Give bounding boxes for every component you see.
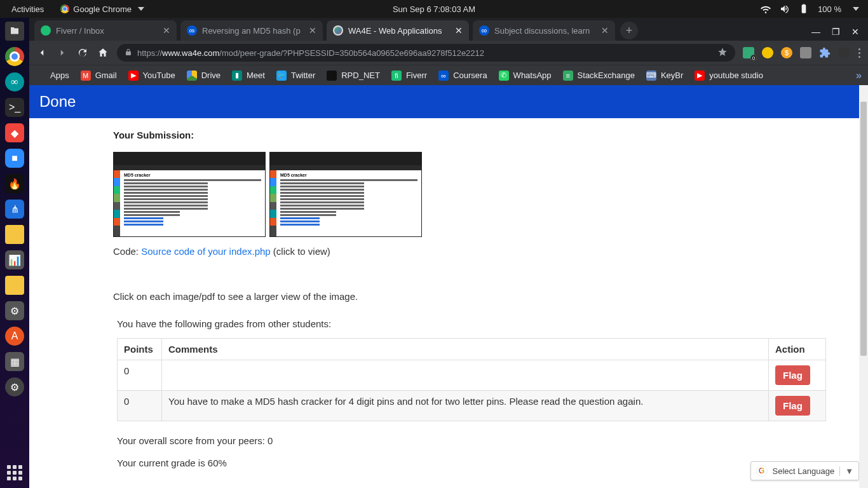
- activities-button[interactable]: Activities: [11, 4, 44, 14]
- ext-icon[interactable]: [838, 47, 850, 58]
- submission-thumbnail-2[interactable]: MD5 cracker: [269, 152, 422, 237]
- extension-icons: 0 $: [743, 47, 862, 59]
- coursera-icon: [187, 25, 197, 36]
- bookmark-meet[interactable]: ▮Meet: [232, 71, 265, 81]
- scroll-thumb[interactable]: [860, 102, 867, 356]
- address-bar[interactable]: https://www.wa4e.com/mod/peer-grade/?PHP…: [117, 44, 735, 62]
- active-app-menu[interactable]: Google Chrome: [60, 4, 144, 14]
- tab-strip: Fiverr / Inbox ✕ Reversing an MD5 hash (…: [29, 18, 868, 41]
- bookmark-keybr[interactable]: ⌨KeyBr: [646, 71, 683, 81]
- volume-icon[interactable]: [780, 4, 790, 14]
- os-top-bar: Activities Google Chrome Sun Sep 6 7:08:…: [0, 0, 868, 18]
- overall-score: Your overall score from your peers: 0: [117, 435, 868, 446]
- system-menu-chevron-icon[interactable]: [853, 7, 859, 11]
- bookmark-whatsapp[interactable]: ✆WhatsApp: [499, 71, 552, 81]
- page-title: Done: [29, 85, 868, 118]
- cell-comments: You have to make a MD5 hash cracker for …: [162, 391, 769, 421]
- extensions-puzzle-icon[interactable]: [819, 47, 831, 58]
- page-viewport: Done Your Submission: MD5 cracker MD5 cr…: [29, 85, 868, 488]
- dock-app3-icon[interactable]: 📊: [5, 250, 24, 269]
- lock-icon: [125, 48, 132, 58]
- maximize-button[interactable]: ❐: [832, 27, 840, 37]
- dock-files-icon[interactable]: [5, 22, 24, 41]
- dock-app5-icon[interactable]: ⚙: [5, 301, 24, 320]
- new-tab-button[interactable]: +: [620, 22, 638, 39]
- hint-text: Click on each image/pdf to see a larger …: [113, 291, 868, 302]
- bookmark-youtube[interactable]: ▶YouTube: [128, 71, 175, 81]
- bookmark-drive[interactable]: Drive: [187, 71, 220, 81]
- dock-zoom-icon[interactable]: ■: [5, 149, 24, 168]
- ext-icon[interactable]: [800, 47, 811, 58]
- battery-percent: 100 %: [818, 4, 841, 14]
- code-line: Code: Source code of your index.php (cli…: [113, 246, 868, 257]
- chevron-down-icon: [138, 7, 144, 11]
- tab-md5[interactable]: Reversing an MD5 hash (p ✕: [180, 20, 323, 41]
- window-controls: — ❐ ✕: [811, 27, 868, 41]
- close-icon[interactable]: ✕: [163, 25, 170, 36]
- close-icon[interactable]: ✕: [455, 25, 463, 36]
- dock-chrome-icon[interactable]: [5, 47, 24, 66]
- minimize-button[interactable]: —: [811, 27, 820, 37]
- submission-thumbnail-1[interactable]: MD5 cracker: [113, 152, 266, 237]
- clock[interactable]: Sun Sep 6 7:08:03 AM: [393, 4, 475, 14]
- bookmark-gmail[interactable]: MGmail: [81, 71, 117, 81]
- chevron-down-icon: ▼: [839, 466, 853, 476]
- dock-vscode-icon[interactable]: ⋔: [5, 200, 24, 219]
- chrome-menu-icon[interactable]: [857, 47, 862, 59]
- bookmark-twitter[interactable]: 🐦Twitter: [276, 71, 315, 81]
- dock-app-icon[interactable]: 🔥: [5, 174, 24, 193]
- scrollbar[interactable]: [859, 85, 868, 488]
- flag-button[interactable]: Flag: [775, 396, 810, 416]
- dock-app4-icon[interactable]: [5, 276, 24, 295]
- tab-discussions[interactable]: Subject discussions, learn ✕: [473, 20, 615, 41]
- bookmark-overflow-icon[interactable]: »: [856, 70, 862, 81]
- language-selector[interactable]: G Select Language ▼: [750, 461, 859, 480]
- cell-comments: [162, 360, 769, 391]
- flag-button[interactable]: Flag: [775, 365, 810, 385]
- ext-icon[interactable]: 0: [743, 47, 754, 58]
- browser-window: Fiverr / Inbox ✕ Reversing an MD5 hash (…: [29, 18, 868, 488]
- tab-wa4e[interactable]: WA4E - Web Applications ✕: [327, 20, 469, 41]
- bookmark-fiverr[interactable]: fiFiverr: [391, 71, 427, 81]
- cell-points: 0: [118, 391, 162, 421]
- chrome-icon: [60, 4, 69, 13]
- cell-points: 0: [118, 360, 162, 391]
- dock-terminal-icon[interactable]: >_: [5, 98, 24, 117]
- home-button[interactable]: [97, 46, 109, 59]
- table-row: 0 Flag: [118, 360, 826, 391]
- bookmark-stackexchange[interactable]: ≡StackExchange: [563, 71, 635, 81]
- back-button[interactable]: [36, 46, 48, 59]
- table-row: 0 You have to make a MD5 hash cracker fo…: [118, 391, 826, 421]
- browser-toolbar: https://www.wa4e.com/mod/peer-grade/?PHP…: [29, 41, 868, 65]
- grades-table: Points Comments Action 0 Flag 0 You have…: [117, 338, 826, 421]
- bookmark-rpdnet[interactable]: RPD_NET: [327, 71, 380, 81]
- dock-app2-icon[interactable]: [5, 225, 24, 244]
- bookmarks-bar: Apps MGmail ▶YouTube Drive ▮Meet 🐦Twitte…: [29, 65, 868, 85]
- wa4e-icon: [333, 25, 343, 36]
- dock-software-icon[interactable]: A: [5, 327, 24, 346]
- source-code-link[interactable]: Source code of your index.php: [141, 246, 270, 257]
- your-submission-label: Your Submission:: [113, 130, 868, 140]
- dock-arduino-icon[interactable]: ∞: [5, 72, 24, 92]
- bookmark-youtubestudio[interactable]: ▶youtube studio: [695, 71, 763, 81]
- battery-icon[interactable]: [799, 4, 809, 14]
- close-icon[interactable]: ✕: [309, 25, 316, 36]
- tab-fiverr[interactable]: Fiverr / Inbox ✕: [34, 20, 177, 41]
- close-icon[interactable]: ✕: [601, 25, 609, 36]
- bookmark-coursera[interactable]: ∞Coursera: [438, 71, 487, 81]
- bookmark-star-icon[interactable]: [717, 47, 728, 59]
- reload-button[interactable]: [76, 46, 89, 59]
- url-text: https://www.wa4e.com/mod/peer-grade/?PHP…: [137, 48, 484, 58]
- close-window-button[interactable]: ✕: [851, 27, 859, 37]
- wifi-icon[interactable]: [761, 4, 771, 14]
- forward-button[interactable]: [56, 46, 69, 59]
- dock-app6-icon[interactable]: ▦: [5, 352, 24, 371]
- ext-coin-icon[interactable]: $: [781, 47, 792, 58]
- grades-intro: You have the following grades from other…: [117, 318, 868, 329]
- ext-pacman-icon[interactable]: [762, 47, 773, 58]
- dock-settings-icon[interactable]: ⚙: [5, 377, 24, 396]
- dock: ∞ >_ ◆ ■ 🔥 ⋔ 📊 ⚙ A ▦ ⚙: [0, 18, 29, 488]
- dock-show-apps-icon[interactable]: [7, 465, 22, 480]
- dock-anydesk-icon[interactable]: ◆: [5, 123, 24, 142]
- bookmark-apps[interactable]: Apps: [36, 71, 69, 81]
